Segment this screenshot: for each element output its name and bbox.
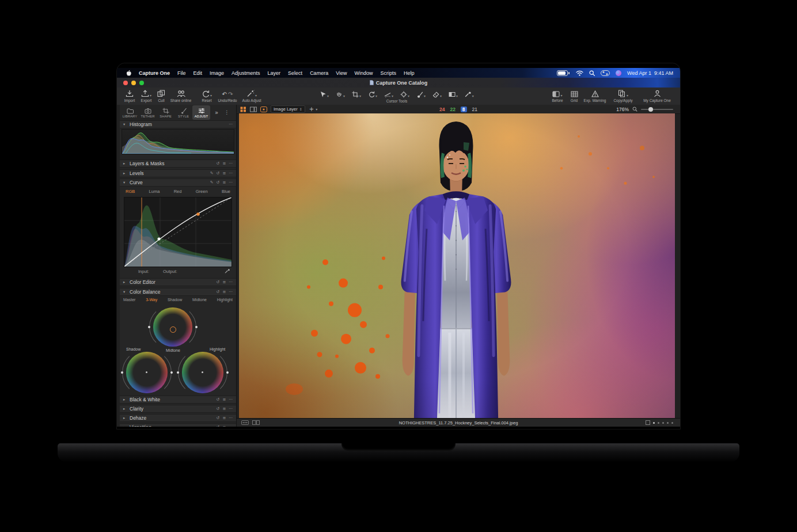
browser-toggle-icon[interactable] <box>241 420 249 425</box>
menu-item-scripts[interactable]: Scripts <box>381 70 397 76</box>
auto-adjust-button[interactable]: ▾ Auto Adjust <box>240 89 263 102</box>
panel-menu-icon[interactable]: ··· <box>229 172 233 176</box>
arc-handle[interactable] <box>148 326 150 328</box>
panel-header-levels[interactable]: ▸ Levels ✎ ↺ ≡ ··· <box>120 169 236 177</box>
arc-handle[interactable] <box>177 371 179 374</box>
tab-overflow-icon[interactable]: ⋮ <box>224 110 229 115</box>
import-button[interactable]: Import <box>122 89 138 102</box>
panel-header-vignetting[interactable]: ▸ Vignetting ↺ ≡ ··· <box>120 423 236 427</box>
apple-menu-icon[interactable] <box>126 70 131 76</box>
filmstrip-toggle-icon[interactable] <box>252 420 260 425</box>
zoom-slider-thumb[interactable] <box>648 107 653 112</box>
panel-menu-icon[interactable]: ··· <box>229 416 233 420</box>
edit-pen-icon[interactable]: ✎ <box>210 181 214 185</box>
my-capture-one-button[interactable]: My Capture One <box>639 89 675 102</box>
menu-item-file[interactable]: File <box>177 70 186 76</box>
copy-settings-icon[interactable]: ↺ <box>217 416 220 420</box>
tab-shape[interactable]: SHAPE <box>157 105 174 120</box>
pointer-tool[interactable]: ▾ <box>320 90 329 98</box>
tab-style[interactable]: STYLE <box>174 105 192 120</box>
chevron-down-icon[interactable]: ▾ <box>316 108 317 111</box>
tab-tether[interactable]: TETHER <box>139 105 157 120</box>
panel-menu-icon[interactable]: ··· <box>229 398 233 402</box>
panel-header-curve[interactable]: ▾ Curve ✎ ↺ ≡ ··· <box>120 178 236 187</box>
presets-icon[interactable]: ≡ <box>222 181 226 185</box>
presets-icon[interactable]: ≡ <box>222 407 226 411</box>
copy-apply-button[interactable]: ▾ Copy/Apply <box>610 89 636 102</box>
spot-removal-tool[interactable]: ▾ <box>400 90 409 98</box>
copy-settings-icon[interactable]: ↺ <box>217 407 220 411</box>
curve-tab-green[interactable]: Green <box>196 189 208 194</box>
arc-handle[interactable] <box>170 371 173 374</box>
add-layer-icon[interactable]: + <box>309 107 314 112</box>
panel-menu-icon[interactable]: ··· <box>229 162 233 166</box>
battery-icon[interactable] <box>557 70 570 76</box>
menu-item-select[interactable]: Select <box>288 70 302 76</box>
undo-redo-button[interactable]: ↶↷ Undo/Redo <box>217 89 238 102</box>
copy-settings-icon[interactable]: ↺ <box>217 172 220 176</box>
erase-mask-tool[interactable]: ▾ <box>432 90 442 98</box>
count-red-tag[interactable]: 24 <box>439 107 445 112</box>
count-blue-tag[interactable]: 8 <box>461 107 467 112</box>
curve-tab-luma[interactable]: Luma <box>149 189 160 194</box>
panel-menu-icon[interactable]: ··· <box>229 181 233 185</box>
presets-icon[interactable]: ≡ <box>222 290 226 294</box>
pager-dot[interactable] <box>653 422 655 424</box>
before-button[interactable]: ▾ Before <box>549 89 566 102</box>
panel-header-dehaze[interactable]: ▸ Dehaze ↺ ≡ ··· <box>120 414 236 422</box>
menu-item-layer[interactable]: Layer <box>268 70 281 76</box>
eyedropper-tool[interactable]: ▾ <box>465 90 474 98</box>
panel-header-clarity[interactable]: ▸ Clarity ↺ ≡ ··· <box>120 405 236 413</box>
fullscreen-icon[interactable] <box>646 420 650 425</box>
arc-handle[interactable] <box>226 371 229 374</box>
count-untagged[interactable]: 21 <box>472 107 477 112</box>
control-center-icon[interactable] <box>601 70 610 76</box>
copy-settings-icon[interactable]: ↺ <box>217 398 220 402</box>
presets-icon[interactable]: ≡ <box>222 416 226 420</box>
menu-item-adjustments[interactable]: Adjustments <box>231 70 260 76</box>
menu-item-image[interactable]: Image <box>210 70 224 76</box>
panel-header-color-editor[interactable]: ▸ Color Editor ↺ ≡ ··· <box>120 278 236 286</box>
curve-tab-blue[interactable]: Blue <box>222 189 230 194</box>
wheel-marker[interactable] <box>202 371 203 373</box>
copy-settings-icon[interactable]: ↺ <box>217 181 220 185</box>
shadow-color-wheel[interactable] <box>126 352 168 393</box>
presets-icon[interactable]: ≡ <box>222 162 226 166</box>
export-button[interactable]: ▾ Export <box>138 89 155 102</box>
tab-library[interactable]: LIBRARY <box>121 105 139 120</box>
midtone-color-wheel[interactable] <box>153 307 192 347</box>
layer-select[interactable]: Image Layer ⇕ <box>271 105 305 113</box>
panel-menu-icon[interactable]: ··· <box>229 425 233 427</box>
pager-dot[interactable] <box>667 422 669 424</box>
rotate-tool[interactable]: ▾ <box>368 90 377 98</box>
panel-header-histogram[interactable]: ▾ Histogram ··· <box>120 120 236 128</box>
curve-tab-rgb[interactable]: RGB <box>126 189 135 194</box>
count-green-tag[interactable]: 22 <box>450 107 455 112</box>
panel-header-layers-masks[interactable]: ▸ Layers & Masks ↺ ≡ ··· <box>120 159 236 168</box>
panel-header-black-white[interactable]: ▸ Black & White ↺ ≡ ··· <box>120 396 236 404</box>
menu-item-edit[interactable]: Edit <box>193 70 203 76</box>
zoom-button[interactable] <box>139 81 144 85</box>
menu-item-window[interactable]: Window <box>355 70 373 76</box>
panel-menu-icon[interactable]: ··· <box>229 290 233 294</box>
draw-mask-tool[interactable]: ▾ <box>416 90 426 98</box>
cb-tab-highlight[interactable]: Highlight <box>217 298 233 302</box>
menu-item-camera[interactable]: Camera <box>310 70 328 76</box>
pan-tool[interactable]: ▾ <box>336 90 345 98</box>
share-online-button[interactable]: Share online <box>168 89 194 102</box>
highlight-color-wheel[interactable] <box>182 352 223 393</box>
reset-button[interactable]: ▾ Reset <box>199 89 215 102</box>
curve-picker-icon[interactable] <box>225 268 230 274</box>
search-icon[interactable] <box>589 70 595 76</box>
cb-tab-midtone[interactable]: Midtone <box>192 298 207 302</box>
pager-dot[interactable] <box>662 422 664 424</box>
minimize-button[interactable] <box>131 81 136 85</box>
expand-tabs-icon[interactable]: » <box>215 110 218 116</box>
copy-settings-icon[interactable]: ↺ <box>217 425 220 427</box>
arc-handle[interactable] <box>121 371 123 374</box>
crop-tool[interactable]: ▾ <box>352 90 361 98</box>
menu-clock[interactable]: Wed Apr 1 9:41 AM <box>627 70 673 76</box>
zoom-slider[interactable] <box>641 109 673 110</box>
tab-adjust[interactable]: ADJUST <box>192 105 210 120</box>
arc-handle[interactable] <box>195 326 198 328</box>
